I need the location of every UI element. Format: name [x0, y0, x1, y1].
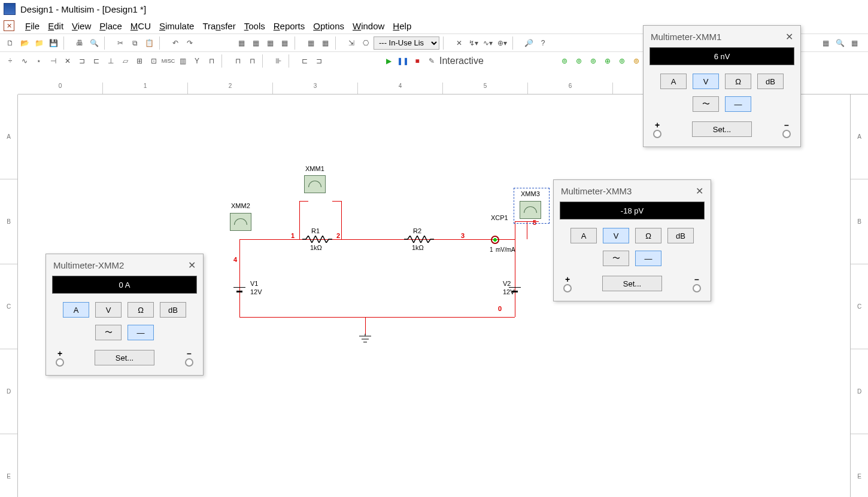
comp12-icon[interactable]: MISC [162, 54, 175, 68]
multimeter-xmm3-window[interactable]: Multimeter-XMM3✕ -18 pV A V Ω dB 〜 — + S… [553, 179, 711, 301]
print-icon[interactable]: 🖶 [73, 36, 86, 50]
menu-file[interactable]: File [25, 21, 40, 31]
xmm3-mode-v-button[interactable]: V [603, 228, 629, 243]
xmm3-plus-terminal[interactable] [563, 284, 572, 292]
menu-mcu[interactable]: MCU [130, 21, 151, 31]
comp15-icon[interactable]: ⊓ [205, 54, 218, 68]
xmm1-symbol[interactable] [304, 175, 326, 193]
new-icon[interactable]: 🗋 [4, 36, 17, 50]
v1-symbol[interactable] [233, 283, 245, 298]
comp4-icon[interactable]: ⊣ [47, 54, 60, 68]
comp17-icon[interactable]: ⊓ [245, 54, 259, 68]
comp6-icon[interactable]: ⊐ [75, 54, 89, 68]
bus2-icon[interactable]: ⊏ [298, 54, 311, 68]
bus3-icon[interactable]: ⊐ [312, 54, 326, 68]
xmm2-mode-v-button[interactable]: V [95, 302, 122, 318]
comp16-icon[interactable]: ⊓ [231, 54, 244, 68]
xmm1-set-button[interactable]: Set... [692, 121, 752, 137]
menu-options[interactable]: Options [313, 21, 344, 31]
grid5-icon[interactable]: ▦ [304, 36, 317, 50]
comp7-icon[interactable]: ⊏ [90, 54, 103, 68]
right-tool2-icon[interactable]: 🔍 [833, 36, 846, 50]
xmm3-mode-db-button[interactable]: dB [667, 228, 694, 243]
probe3-icon[interactable]: ∿▾ [481, 36, 494, 50]
multimeter-xmm1-window[interactable]: Multimeter-XMM1✕ 6 nV A V Ω dB 〜 — + Set… [643, 25, 801, 147]
comp1-icon[interactable]: ÷ [4, 54, 17, 68]
play-icon[interactable]: ▶ [382, 54, 395, 68]
cut-icon[interactable]: ✂ [114, 36, 127, 50]
comp10-icon[interactable]: ⊞ [133, 54, 146, 68]
open2-icon[interactable]: 📁 [32, 36, 45, 50]
xmm2-plus-terminal[interactable] [56, 358, 64, 367]
preview-icon[interactable]: 🔍 [87, 36, 101, 50]
menu-simulate[interactable]: Simulate [159, 21, 194, 31]
probe1-icon[interactable]: ✕ [453, 36, 466, 50]
menu-place[interactable]: Place [99, 21, 122, 31]
xmm3-mode-a-button[interactable]: A [570, 228, 597, 243]
comp2-icon[interactable]: ∿ [18, 54, 31, 68]
multimeter-xmm2-window[interactable]: Multimeter-XMM2✕ 0 A A V Ω dB 〜 — + Set.… [45, 254, 204, 376]
xmm1-mode-ohm-button[interactable]: Ω [725, 74, 751, 89]
xmm1-close-icon[interactable]: ✕ [785, 31, 793, 42]
xmm2-mode-db-button[interactable]: dB [160, 302, 186, 318]
copy-icon[interactable]: ⧉ [128, 36, 141, 50]
xmm2-mode-ohm-button[interactable]: Ω [128, 302, 154, 318]
comp8-icon[interactable]: ⊥ [104, 54, 117, 68]
r1-symbol[interactable] [302, 236, 332, 243]
comp3-icon[interactable]: ⋆ [32, 54, 45, 68]
bus1-icon[interactable]: ⊪ [272, 54, 285, 68]
paste-icon[interactable]: 📋 [142, 36, 156, 50]
open-icon[interactable]: 📂 [18, 36, 31, 50]
xmm2-close-icon[interactable]: ✕ [188, 260, 196, 271]
undo-icon[interactable]: ↶ [169, 36, 182, 50]
pause-icon[interactable]: ❚❚ [396, 54, 409, 68]
xmm2-set-button[interactable]: Set... [95, 350, 154, 365]
xmm2-minus-terminal[interactable] [185, 358, 193, 367]
tool-a-icon[interactable]: ⇲ [345, 36, 358, 50]
grid6-icon[interactable]: ▦ [318, 36, 332, 50]
menu-reports[interactable]: Reports [274, 21, 305, 31]
xmm3-close-icon[interactable]: ✕ [696, 185, 703, 197]
xcp1-symbol[interactable] [491, 236, 499, 244]
probe2-icon[interactable]: ↯▾ [467, 36, 480, 50]
xmm3-symbol[interactable] [520, 201, 541, 219]
xmm3-ac-button[interactable]: 〜 [603, 251, 629, 266]
help-icon[interactable]: ? [536, 36, 550, 50]
save-icon[interactable]: 💾 [47, 36, 60, 50]
xmm1-dc-button[interactable]: — [725, 96, 751, 112]
grid4-icon[interactable]: ▦ [278, 36, 291, 50]
zoom-icon[interactable]: 🔎 [522, 36, 535, 50]
menu-tools[interactable]: Tools [244, 21, 265, 31]
scope5-icon[interactable]: ⊚ [615, 54, 629, 68]
comp14-icon[interactable]: Y [190, 54, 204, 68]
right-tool1-icon[interactable]: ▦ [819, 36, 832, 50]
probe4-icon[interactable]: ⊕▾ [496, 36, 509, 50]
menu-help[interactable]: Help [393, 21, 411, 31]
xmm3-minus-terminal[interactable] [693, 284, 701, 292]
xmm2-ac-button[interactable]: 〜 [95, 325, 122, 340]
xmm3-set-button[interactable]: Set... [602, 276, 662, 291]
xmm1-mode-v-button[interactable]: V [693, 74, 719, 89]
xmm3-dc-button[interactable]: — [635, 251, 661, 266]
xmm1-minus-terminal[interactable] [782, 130, 791, 138]
right-tool3-icon[interactable]: ▦ [848, 36, 861, 50]
xmm2-mode-a-button[interactable]: A [63, 302, 89, 318]
scope1-icon[interactable]: ⊚ [558, 54, 571, 68]
redo-icon[interactable]: ↷ [183, 36, 196, 50]
xmm1-mode-a-button[interactable]: A [660, 74, 687, 89]
grid2-icon[interactable]: ▦ [249, 36, 262, 50]
grid3-icon[interactable]: ▦ [263, 36, 277, 50]
menu-view[interactable]: View [72, 21, 91, 31]
grid1-icon[interactable]: ▦ [235, 36, 248, 50]
comp11-icon[interactable]: ⊡ [147, 54, 160, 68]
xmm1-mode-db-button[interactable]: dB [757, 74, 784, 89]
in-use-list-select[interactable]: --- In-Use Lis [374, 36, 439, 50]
xmm1-plus-terminal[interactable] [653, 130, 661, 138]
scope3-icon[interactable]: ⊚ [587, 54, 600, 68]
menu-window[interactable]: Window [353, 21, 384, 31]
xmm3-mode-ohm-button[interactable]: Ω [635, 228, 661, 243]
menu-edit[interactable]: Edit [48, 21, 63, 31]
tool-b-icon[interactable]: ⎔ [359, 36, 372, 50]
menu-transfer[interactable]: Transfer [202, 21, 235, 31]
xmm1-ac-button[interactable]: 〜 [693, 96, 719, 112]
